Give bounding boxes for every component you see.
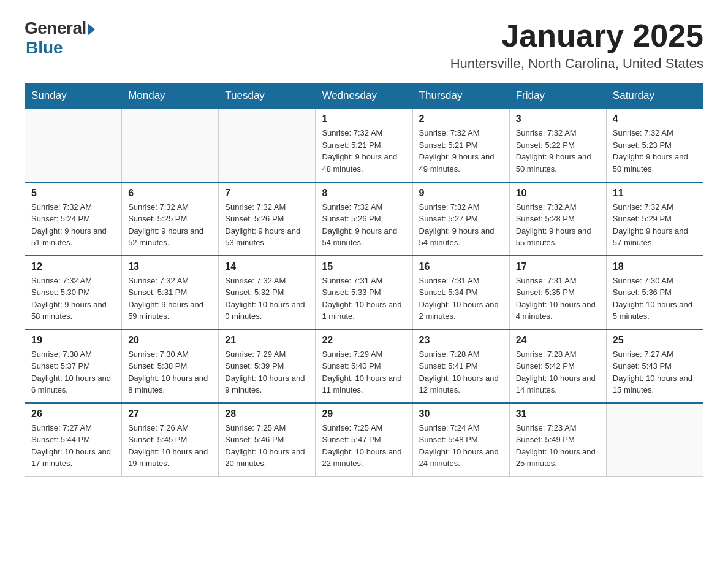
calendar-cell xyxy=(219,109,316,182)
calendar-cell: 5Sunrise: 7:32 AM Sunset: 5:24 PM Daylig… xyxy=(25,182,122,256)
day-number: 24 xyxy=(516,335,600,346)
day-number: 29 xyxy=(322,408,406,419)
calendar-header-row: SundayMondayTuesdayWednesdayThursdayFrid… xyxy=(25,83,703,109)
day-number: 14 xyxy=(225,261,309,272)
day-number: 10 xyxy=(516,188,600,199)
day-number: 26 xyxy=(31,408,115,419)
day-number: 22 xyxy=(322,335,406,346)
calendar-cell: 30Sunrise: 7:24 AM Sunset: 5:48 PM Dayli… xyxy=(412,403,509,477)
day-info: Sunrise: 7:32 AM Sunset: 5:27 PM Dayligh… xyxy=(419,201,503,249)
calendar-cell: 28Sunrise: 7:25 AM Sunset: 5:46 PM Dayli… xyxy=(219,403,316,477)
calendar-cell: 7Sunrise: 7:32 AM Sunset: 5:26 PM Daylig… xyxy=(219,182,316,256)
day-info: Sunrise: 7:30 AM Sunset: 5:36 PM Dayligh… xyxy=(613,275,697,323)
calendar-week-row: 12Sunrise: 7:32 AM Sunset: 5:30 PM Dayli… xyxy=(25,256,703,329)
day-number: 16 xyxy=(419,261,503,272)
day-number: 19 xyxy=(31,335,115,346)
day-number: 1 xyxy=(322,113,406,124)
day-number: 23 xyxy=(419,335,503,346)
calendar-cell: 9Sunrise: 7:32 AM Sunset: 5:27 PM Daylig… xyxy=(412,182,509,256)
calendar-cell: 25Sunrise: 7:27 AM Sunset: 5:43 PM Dayli… xyxy=(606,329,703,403)
day-info: Sunrise: 7:30 AM Sunset: 5:38 PM Dayligh… xyxy=(128,348,212,396)
calendar-cell: 6Sunrise: 7:32 AM Sunset: 5:25 PM Daylig… xyxy=(122,182,219,256)
logo-arrow-icon xyxy=(88,23,95,36)
calendar-header-friday: Friday xyxy=(509,83,606,109)
day-info: Sunrise: 7:27 AM Sunset: 5:43 PM Dayligh… xyxy=(613,348,697,396)
day-info: Sunrise: 7:32 AM Sunset: 5:22 PM Dayligh… xyxy=(516,127,600,175)
day-number: 15 xyxy=(322,261,406,272)
logo-blue-text: Blue xyxy=(26,38,63,58)
calendar-cell: 14Sunrise: 7:32 AM Sunset: 5:32 PM Dayli… xyxy=(219,256,316,329)
calendar-cell: 4Sunrise: 7:32 AM Sunset: 5:23 PM Daylig… xyxy=(606,109,703,182)
logo-general-text: General xyxy=(25,18,86,38)
day-number: 30 xyxy=(419,408,503,419)
day-number: 21 xyxy=(225,335,309,346)
month-title: January 2025 xyxy=(450,18,703,53)
day-number: 11 xyxy=(613,188,697,199)
day-number: 6 xyxy=(128,188,212,199)
calendar-week-row: 5Sunrise: 7:32 AM Sunset: 5:24 PM Daylig… xyxy=(25,182,703,256)
calendar-cell: 22Sunrise: 7:29 AM Sunset: 5:40 PM Dayli… xyxy=(316,329,412,403)
day-number: 9 xyxy=(419,188,503,199)
calendar-cell: 2Sunrise: 7:32 AM Sunset: 5:21 PM Daylig… xyxy=(412,109,509,182)
day-info: Sunrise: 7:25 AM Sunset: 5:46 PM Dayligh… xyxy=(225,422,309,470)
calendar-cell: 19Sunrise: 7:30 AM Sunset: 5:37 PM Dayli… xyxy=(25,329,122,403)
calendar-cell: 8Sunrise: 7:32 AM Sunset: 5:26 PM Daylig… xyxy=(316,182,412,256)
day-info: Sunrise: 7:26 AM Sunset: 5:45 PM Dayligh… xyxy=(128,422,212,470)
day-info: Sunrise: 7:28 AM Sunset: 5:42 PM Dayligh… xyxy=(516,348,600,396)
day-info: Sunrise: 7:32 AM Sunset: 5:31 PM Dayligh… xyxy=(128,275,212,323)
calendar-cell: 16Sunrise: 7:31 AM Sunset: 5:34 PM Dayli… xyxy=(412,256,509,329)
calendar-header-monday: Monday xyxy=(122,83,219,109)
day-info: Sunrise: 7:25 AM Sunset: 5:47 PM Dayligh… xyxy=(322,422,406,470)
calendar-cell: 18Sunrise: 7:30 AM Sunset: 5:36 PM Dayli… xyxy=(606,256,703,329)
day-info: Sunrise: 7:31 AM Sunset: 5:33 PM Dayligh… xyxy=(322,275,406,323)
day-info: Sunrise: 7:32 AM Sunset: 5:24 PM Dayligh… xyxy=(31,201,115,249)
calendar-cell: 27Sunrise: 7:26 AM Sunset: 5:45 PM Dayli… xyxy=(122,403,219,477)
day-info: Sunrise: 7:29 AM Sunset: 5:40 PM Dayligh… xyxy=(322,348,406,396)
day-info: Sunrise: 7:29 AM Sunset: 5:39 PM Dayligh… xyxy=(225,348,309,396)
calendar-cell: 10Sunrise: 7:32 AM Sunset: 5:28 PM Dayli… xyxy=(509,182,606,256)
calendar-header-sunday: Sunday xyxy=(25,83,122,109)
calendar-week-row: 1Sunrise: 7:32 AM Sunset: 5:21 PM Daylig… xyxy=(25,109,703,182)
day-info: Sunrise: 7:32 AM Sunset: 5:21 PM Dayligh… xyxy=(419,127,503,175)
calendar-table: SundayMondayTuesdayWednesdayThursdayFrid… xyxy=(25,83,703,477)
calendar-week-row: 26Sunrise: 7:27 AM Sunset: 5:44 PM Dayli… xyxy=(25,403,703,477)
day-number: 18 xyxy=(613,261,697,272)
day-number: 4 xyxy=(613,113,697,124)
calendar-cell: 29Sunrise: 7:25 AM Sunset: 5:47 PM Dayli… xyxy=(316,403,412,477)
day-info: Sunrise: 7:28 AM Sunset: 5:41 PM Dayligh… xyxy=(419,348,503,396)
calendar-header-saturday: Saturday xyxy=(606,83,703,109)
day-number: 28 xyxy=(225,408,309,419)
calendar-cell: 24Sunrise: 7:28 AM Sunset: 5:42 PM Dayli… xyxy=(509,329,606,403)
calendar-cell: 20Sunrise: 7:30 AM Sunset: 5:38 PM Dayli… xyxy=(122,329,219,403)
day-number: 3 xyxy=(516,113,600,124)
day-info: Sunrise: 7:32 AM Sunset: 5:25 PM Dayligh… xyxy=(128,201,212,249)
day-info: Sunrise: 7:30 AM Sunset: 5:37 PM Dayligh… xyxy=(31,348,115,396)
day-number: 8 xyxy=(322,188,406,199)
calendar-cell: 12Sunrise: 7:32 AM Sunset: 5:30 PM Dayli… xyxy=(25,256,122,329)
calendar-header-wednesday: Wednesday xyxy=(316,83,412,109)
calendar-cell: 31Sunrise: 7:23 AM Sunset: 5:49 PM Dayli… xyxy=(509,403,606,477)
day-info: Sunrise: 7:32 AM Sunset: 5:21 PM Dayligh… xyxy=(322,127,406,175)
calendar-cell: 3Sunrise: 7:32 AM Sunset: 5:22 PM Daylig… xyxy=(509,109,606,182)
day-info: Sunrise: 7:32 AM Sunset: 5:26 PM Dayligh… xyxy=(322,201,406,249)
day-info: Sunrise: 7:32 AM Sunset: 5:26 PM Dayligh… xyxy=(225,201,309,249)
day-info: Sunrise: 7:32 AM Sunset: 5:32 PM Dayligh… xyxy=(225,275,309,323)
day-number: 20 xyxy=(128,335,212,346)
day-number: 13 xyxy=(128,261,212,272)
calendar-cell: 23Sunrise: 7:28 AM Sunset: 5:41 PM Dayli… xyxy=(412,329,509,403)
day-info: Sunrise: 7:32 AM Sunset: 5:30 PM Dayligh… xyxy=(31,275,115,323)
day-info: Sunrise: 7:31 AM Sunset: 5:34 PM Dayligh… xyxy=(419,275,503,323)
day-number: 12 xyxy=(31,261,115,272)
day-number: 27 xyxy=(128,408,212,419)
day-number: 2 xyxy=(419,113,503,124)
day-number: 31 xyxy=(516,408,600,419)
calendar-cell xyxy=(606,403,703,477)
day-info: Sunrise: 7:32 AM Sunset: 5:23 PM Dayligh… xyxy=(613,127,697,175)
calendar-cell: 15Sunrise: 7:31 AM Sunset: 5:33 PM Dayli… xyxy=(316,256,412,329)
day-number: 25 xyxy=(613,335,697,346)
day-info: Sunrise: 7:32 AM Sunset: 5:28 PM Dayligh… xyxy=(516,201,600,249)
page-header: General Blue January 2025 Huntersville, … xyxy=(25,18,703,72)
calendar-cell: 11Sunrise: 7:32 AM Sunset: 5:29 PM Dayli… xyxy=(606,182,703,256)
title-section: January 2025 Huntersville, North Carolin… xyxy=(450,18,703,72)
day-number: 7 xyxy=(225,188,309,199)
